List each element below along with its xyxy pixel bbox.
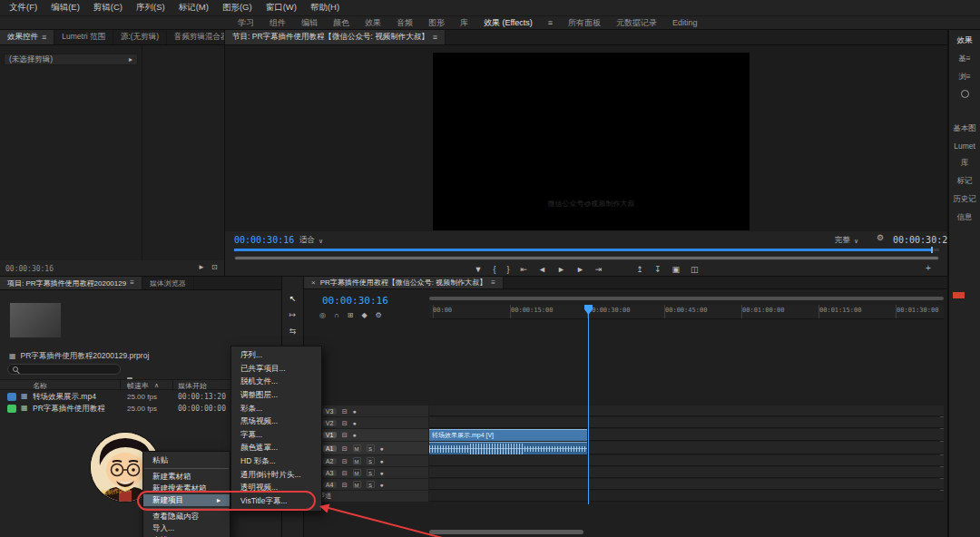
clip-selector-row[interactable]: (未选择剪辑) ▸	[4, 54, 138, 65]
workspace-effects-custom[interactable]: 效果 (Effects)	[484, 17, 533, 29]
sync-lock-icon[interactable]: ⊟	[342, 445, 348, 452]
workspace-learning[interactable]: 学习	[238, 17, 254, 29]
menu-file[interactable]: 文件(F)	[9, 2, 37, 14]
sidebar-item-essential[interactable]: 基本图	[953, 123, 976, 134]
track-label-a1[interactable]: A1	[323, 445, 337, 452]
submenu-item-black-video[interactable]: 黑场视频...	[231, 415, 321, 429]
sidebar-item-history[interactable]: 历史记	[953, 194, 976, 205]
workspace-audio[interactable]: 音频	[397, 17, 413, 29]
sidebar-item-essential-graphics[interactable]: 基≡	[958, 54, 970, 64]
tab-lumetri-scopes[interactable]: Lumetri 范围	[54, 30, 113, 44]
sync-lock-icon[interactable]: ⊟	[342, 408, 348, 415]
program-zoom-scrollbar[interactable]	[234, 256, 939, 260]
grid-icon[interactable]: ⊡	[211, 264, 218, 271]
tab-audio-clip-mixer[interactable]: 音频剪辑混合器	[167, 30, 224, 44]
submenu-item-bars-tone[interactable]: 彩条...	[231, 402, 321, 415]
track-header-a4[interactable]: ▢ A4 ⊟ M S ●	[306, 479, 428, 490]
program-video-frame[interactable]: 微信公众号@视频制作大叔	[433, 53, 750, 230]
sync-lock-icon[interactable]: ⊟	[342, 458, 348, 464]
submenu-item-offline-file[interactable]: 脱机文件...	[231, 376, 321, 389]
submenu-item-hd-bars[interactable]: HD 彩条...	[231, 455, 321, 469]
panel-menu-icon[interactable]: ≡	[433, 34, 437, 42]
mute-button[interactable]: M	[353, 457, 361, 464]
step-forward-button[interactable]: ►	[576, 266, 584, 274]
playhead-line[interactable]	[588, 305, 589, 504]
nest-toggle-icon[interactable]: ◎	[319, 312, 326, 319]
mute-button[interactable]: M	[353, 469, 361, 476]
track-header-v1[interactable]: ▢ V1 ⊟ ●	[306, 429, 428, 441]
tab-source-monitor[interactable]: 源:(无剪辑)	[113, 30, 167, 44]
tab-media-browser[interactable]: 媒体浏览器	[142, 277, 194, 289]
menu-clip[interactable]: 剪辑(C)	[93, 2, 122, 14]
collapse-arrow-icon[interactable]: ▸	[129, 56, 132, 63]
mute-button[interactable]: M	[353, 444, 361, 452]
playback-resolution-select[interactable]: 完整 ∨	[835, 235, 858, 246]
mic-monitor-icon[interactable]: ●	[380, 482, 384, 488]
sync-lock-icon[interactable]: ⊟	[342, 482, 348, 488]
sidebar-item-lumetri[interactable]: Lumet	[954, 142, 975, 151]
timeline-settings-icon[interactable]: ⚙	[376, 312, 382, 319]
add-marker-button[interactable]: ▼	[475, 266, 483, 274]
mic-monitor-icon[interactable]: ●	[380, 470, 384, 476]
panel-menu-icon[interactable]: ≡	[130, 279, 134, 287]
track-header-a2[interactable]: ▢ A2 ⊟ M S ●	[306, 455, 428, 466]
timeline-zoom-scrollbar[interactable]	[429, 297, 944, 300]
workspace-graphics[interactable]: 图形	[428, 17, 445, 29]
clip-name[interactable]: 转场效果展示.mp4	[33, 392, 96, 403]
tab-timeline-sequence[interactable]: × PR字幕插件使用教程【微信公众号: 视频制作大叔】 ≡	[304, 277, 504, 288]
sync-lock-icon[interactable]: ⊟	[342, 432, 348, 438]
track-select-tool[interactable]: ↦	[289, 311, 297, 319]
solo-button[interactable]: S	[367, 469, 375, 476]
snap-toggle-icon[interactable]: ∩	[334, 312, 339, 319]
panel-menu-icon[interactable]: ≡	[42, 34, 46, 42]
menu-help[interactable]: 帮助(H)	[310, 2, 339, 14]
wrench-icon[interactable]: ⚙	[877, 234, 884, 242]
track-label-a2[interactable]: A2	[323, 458, 337, 464]
mark-in-button[interactable]: {	[493, 266, 495, 274]
export-frame-button[interactable]: ▣	[671, 266, 680, 274]
label-color-chip[interactable]	[7, 393, 16, 401]
sidebar-item-browse[interactable]: 浏≡	[958, 72, 970, 83]
track-output-icon[interactable]: ●	[353, 432, 357, 438]
track-label-a3[interactable]: A3	[323, 470, 337, 476]
track-label-a4[interactable]: A4	[323, 482, 337, 488]
tab-program-monitor[interactable]: 节目: PR字幕插件使用教程【微信公众号: 视频制作大叔】 ≡	[225, 30, 446, 44]
project-file-name[interactable]: PR字幕插件使用教程20200129.prproj	[21, 351, 150, 362]
track-header-a3[interactable]: ▢ A3 ⊟ M S ●	[306, 467, 428, 478]
linked-selection-icon[interactable]: ⊞	[348, 312, 354, 319]
button-editor-button[interactable]: +	[926, 264, 931, 273]
tab-effect-controls[interactable]: 效果控件 ≡	[0, 30, 54, 44]
mute-button[interactable]: M	[353, 481, 361, 488]
workspace-assembly[interactable]: 组件	[270, 17, 286, 29]
zoom-level-select[interactable]: 适合 ∨	[299, 235, 323, 246]
workspace-libraries[interactable]: 库	[460, 17, 468, 29]
workspace-editing[interactable]: 编辑	[301, 17, 318, 29]
play-icon[interactable]: ►	[198, 264, 205, 271]
play-button[interactable]: ►	[557, 266, 565, 274]
submenu-item-captions[interactable]: 字幕...	[231, 429, 321, 443]
track-lane-v3[interactable]	[429, 405, 944, 416]
workspace-color[interactable]: 颜色	[333, 17, 349, 29]
workspace-editing-en[interactable]: Editing	[672, 18, 698, 27]
track-header-a1[interactable]: ▢ A1 ⊟ M S ●	[306, 442, 428, 454]
menu-item-paste[interactable]: 粘贴	[143, 454, 230, 466]
menu-window[interactable]: 窗口(W)	[266, 2, 297, 14]
circular-panel-icon[interactable]	[961, 90, 969, 98]
extract-button[interactable]: ↧	[654, 266, 662, 274]
solo-button[interactable]: S	[367, 444, 375, 452]
sync-lock-icon[interactable]: ⊟	[342, 420, 348, 426]
sidebar-item-libraries[interactable]: 库	[961, 158, 969, 169]
project-search-input[interactable]	[7, 364, 121, 375]
sidebar-item-effects[interactable]: 效果	[957, 35, 973, 46]
workspace-effects[interactable]: 效果	[365, 17, 381, 29]
column-media-start[interactable]: 媒体开始	[178, 381, 207, 391]
go-to-in-button[interactable]: ⇤	[520, 266, 527, 274]
program-current-timecode[interactable]: 00:00:30:16	[234, 235, 294, 245]
track-lane-a2[interactable]	[429, 455, 944, 466]
timeline-h-scrollbar[interactable]	[429, 530, 583, 534]
program-scrub-bar[interactable]	[234, 249, 939, 251]
track-lane-a4[interactable]	[429, 479, 944, 490]
track-label-v2[interactable]: V2	[323, 420, 337, 426]
track-header-v3[interactable]: ▢ V3 ⊟ ●	[306, 405, 428, 416]
track-output-icon[interactable]: ●	[353, 408, 357, 415]
